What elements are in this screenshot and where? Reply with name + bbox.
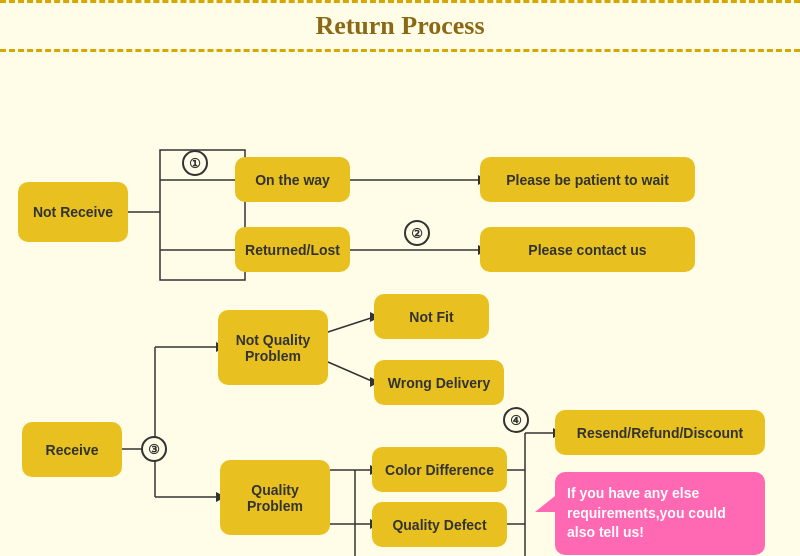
circle-3: ③	[141, 436, 167, 462]
page-title: Return Process	[0, 11, 800, 41]
color-diff-node: Color Difference	[372, 447, 507, 492]
svg-line-18	[328, 362, 374, 382]
svg-line-16	[328, 317, 374, 332]
circle-2: ②	[404, 220, 430, 246]
header: Return Process	[0, 0, 800, 52]
not-quality-node: Not Quality Problem	[218, 310, 328, 385]
returned-lost-node: Returned/Lost	[235, 227, 350, 272]
not-fit-node: Not Fit	[374, 294, 489, 339]
contact-us-node: Please contact us	[480, 227, 695, 272]
quality-problem-node: Quality Problem	[220, 460, 330, 535]
circle-4: ④	[503, 407, 529, 433]
on-the-way-node: On the way	[235, 157, 350, 202]
diagram: Not Receive On the way Returned/Lost Ple…	[0, 62, 800, 556]
wrong-delivery-node: Wrong Delivery	[374, 360, 504, 405]
callout-bubble: If you have any else requirements,you co…	[555, 472, 765, 555]
be-patient-node: Please be patient to wait	[480, 157, 695, 202]
circle-1: ①	[182, 150, 208, 176]
resend-node: Resend/Refund/Discount	[555, 410, 765, 455]
receive-node: Receive	[22, 422, 122, 477]
quality-defect-node: Quality Defect	[372, 502, 507, 547]
not-receive-node: Not Receive	[18, 182, 128, 242]
